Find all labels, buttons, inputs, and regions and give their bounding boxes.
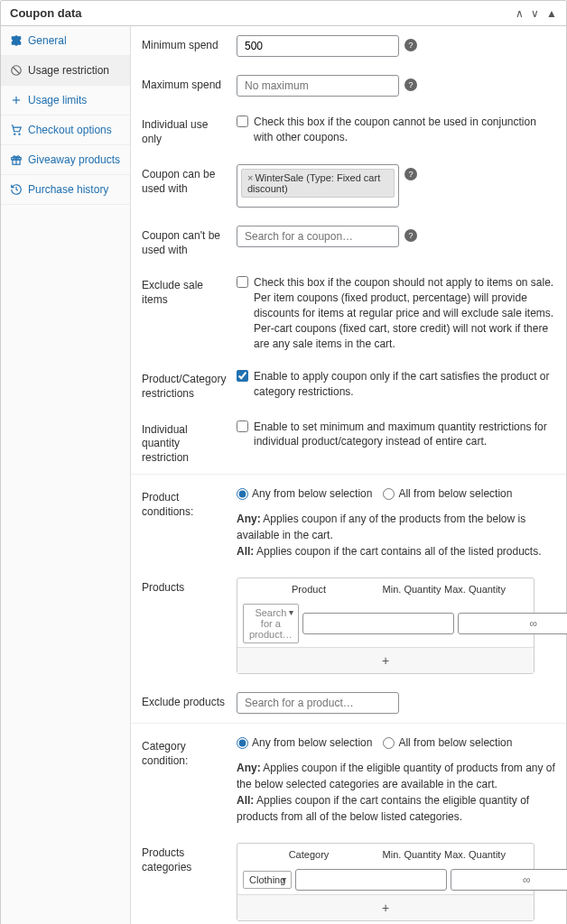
collapse-up-icon[interactable]: ∧ xyxy=(516,7,524,20)
prod-cond-all[interactable]: All from below selection xyxy=(383,487,512,500)
label-indiv-qty: Individual quantity restriction xyxy=(142,420,228,466)
indiv-qty-text: Enable to set minimum and maximum quanti… xyxy=(254,420,555,450)
sidebar-item-usage-restriction[interactable]: Usage restriction xyxy=(1,56,130,86)
row-max-spend: Maximum spend ? xyxy=(131,66,566,106)
individual-use-text: Check this box if the coupon cannot be u… xyxy=(254,115,555,145)
svg-line-10 xyxy=(16,189,18,190)
indiv-qty-checkbox[interactable] xyxy=(237,420,248,432)
max-spend-input[interactable] xyxy=(237,75,399,97)
label-exclude-sale: Exclude sale items xyxy=(142,275,228,307)
cat-cond-any[interactable]: Any from below selection xyxy=(237,736,372,749)
sidebar-item-general[interactable]: General xyxy=(1,26,130,56)
sidebar-item-label: Giveaway products xyxy=(28,153,120,166)
min-spend-input[interactable] xyxy=(237,35,399,57)
product-max-qty[interactable] xyxy=(458,613,567,634)
cat-cond-desc: Any: Applies coupon if the eligible quan… xyxy=(237,760,555,825)
categories-table: Category Min. Quantity Max. Quantity Clo… xyxy=(237,843,534,921)
add-category-row-button[interactable]: + xyxy=(237,894,534,920)
exclude-sale-checkbox[interactable] xyxy=(237,276,248,288)
col-min-qty: Min. Quantity xyxy=(380,584,443,595)
exclude-products-input[interactable] xyxy=(237,692,399,714)
individual-use-checkbox[interactable] xyxy=(237,116,248,127)
row-indiv-qty: Individual quantity restriction Enable t… xyxy=(131,411,566,475)
panel-title: Coupon data xyxy=(10,6,81,20)
sidebar-item-purchase-history[interactable]: Purchase history xyxy=(1,175,130,205)
history-icon xyxy=(10,183,23,196)
col-category: Category xyxy=(237,849,380,860)
sidebar-item-checkout-options[interactable]: Checkout options xyxy=(1,116,130,145)
row-exclude-sale: Exclude sale items Check this box if the… xyxy=(131,266,566,360)
expand-down-icon[interactable]: ∨ xyxy=(531,7,539,20)
panel-header: Coupon data ∧ ∨ ▲ xyxy=(1,1,566,26)
category-min-qty[interactable] xyxy=(295,869,447,891)
gift-icon xyxy=(10,153,23,166)
sidebar-item-label: Usage restriction xyxy=(28,64,109,77)
row-cat-cond: Category condition: Any from below selec… xyxy=(131,723,566,834)
sidebar-item-usage-limits[interactable]: Usage limits xyxy=(1,86,130,116)
label-min-spend: Minimum spend xyxy=(142,35,228,53)
category-select[interactable]: Clothing xyxy=(243,871,292,889)
col-max-qty: Max. Quantity xyxy=(443,584,507,595)
sidebar: General Usage restriction Usage limits C… xyxy=(1,26,131,924)
row-prod-cat-restrict: Product/Category restrictions Enable to … xyxy=(131,360,566,410)
sidebar-item-label: Checkout options xyxy=(28,124,112,136)
help-icon[interactable]: ? xyxy=(404,229,417,242)
panel-body: General Usage restriction Usage limits C… xyxy=(1,26,566,924)
sidebar-item-label: General xyxy=(28,34,67,47)
label-products: Products xyxy=(142,578,228,596)
coupon-tag[interactable]: ×WinterSale (Type: Fixed cart discount) xyxy=(241,169,395,198)
help-icon[interactable]: ? xyxy=(404,39,417,51)
row-prod-cond: Product conditions: Any from below selec… xyxy=(131,474,566,568)
sidebar-item-label: Purchase history xyxy=(28,183,108,196)
label-cat-cond: Category condition: xyxy=(142,736,228,768)
prod-cond-any[interactable]: Any from below selection xyxy=(237,487,372,500)
label-cant-used-with: Coupon can't be used with xyxy=(142,226,228,257)
svg-point-5 xyxy=(19,134,20,134)
label-individual-use: Individual use only xyxy=(142,115,228,146)
prod-cond-desc: Any: Applies coupon if any of the produc… xyxy=(237,511,555,559)
coupon-data-panel: Coupon data ∧ ∨ ▲ General Usage restrict… xyxy=(0,0,567,924)
category-max-qty[interactable] xyxy=(451,869,567,891)
row-individual-use: Individual use only Check this box if th… xyxy=(131,106,566,155)
col-min-qty: Min. Quantity xyxy=(380,849,443,860)
used-with-input[interactable]: ×WinterSale (Type: Fixed cart discount) xyxy=(237,164,399,208)
col-max-qty: Max. Quantity xyxy=(443,849,507,860)
col-product: Product xyxy=(237,584,380,595)
help-icon[interactable]: ? xyxy=(404,79,417,91)
row-cant-used-with: Coupon can't be used with ? xyxy=(131,217,566,266)
prod-cat-restrict-checkbox[interactable] xyxy=(237,370,248,382)
panel-controls: ∧ ∨ ▲ xyxy=(516,7,557,20)
product-select[interactable]: Search for a product… xyxy=(243,604,299,643)
row-prod-categories: Products categories Category Min. Quanti… xyxy=(131,834,566,924)
products-table: Product Min. Quantity Max. Quantity Sear… xyxy=(237,578,534,674)
product-min-qty[interactable] xyxy=(302,613,454,634)
cat-cond-all[interactable]: All from below selection xyxy=(383,736,512,749)
sidebar-item-giveaway-products[interactable]: Giveaway products xyxy=(1,145,130,175)
toggle-icon[interactable]: ▲ xyxy=(546,7,557,20)
row-exclude-products: Exclude products xyxy=(131,683,566,723)
form-content: Minimum spend ? Maximum spend ? Individu… xyxy=(131,26,566,924)
label-exclude-products: Exclude products xyxy=(142,692,228,710)
block-icon xyxy=(10,64,23,77)
help-icon[interactable]: ? xyxy=(404,168,417,180)
cart-icon xyxy=(10,124,23,136)
label-used-with: Coupon can be used with xyxy=(142,164,228,196)
label-prod-cat-restrict: Product/Category restrictions xyxy=(142,369,228,401)
row-used-with: Coupon can be used with ×WinterSale (Typ… xyxy=(131,155,566,217)
ticket-icon xyxy=(10,34,23,47)
svg-point-4 xyxy=(14,134,15,134)
plus-icon xyxy=(10,94,23,106)
remove-tag-icon[interactable]: × xyxy=(247,172,253,183)
label-prod-cond: Product conditions: xyxy=(142,487,228,519)
sidebar-item-label: Usage limits xyxy=(28,94,87,106)
svg-line-1 xyxy=(14,68,20,74)
exclude-sale-text: Check this box if the coupon should not … xyxy=(254,275,555,351)
cant-used-with-input[interactable] xyxy=(237,226,399,247)
label-prod-categories: Products categories xyxy=(142,843,228,874)
label-max-spend: Maximum spend xyxy=(142,75,228,93)
prod-cat-restrict-text: Enable to apply coupon only if the cart … xyxy=(254,369,555,400)
row-min-spend: Minimum spend ? xyxy=(131,26,566,66)
add-product-row-button[interactable]: + xyxy=(237,647,534,673)
row-products: Products Product Min. Quantity Max. Quan… xyxy=(131,568,566,683)
